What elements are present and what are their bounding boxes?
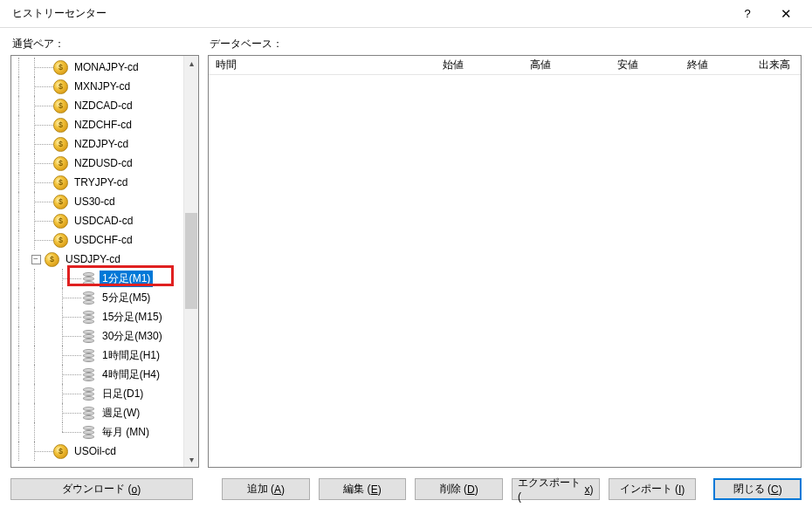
database-icon	[81, 291, 96, 305]
tree-item[interactable]: −$USDJPY-cd	[11, 250, 183, 269]
list-header: 時間 始値 高値 安値 終値 出来高	[209, 56, 801, 75]
database-label: データベース：	[208, 37, 802, 51]
tree-item-label: USDJPY-cd	[63, 252, 123, 266]
database-panel: データベース： 時間 始値 高値 安値 終値 出来高	[208, 37, 802, 468]
symbol-tree[interactable]: $MONAJPY-cd$MXNJPY-cd$NZDCAD-cd$NZDCHF-c…	[11, 56, 183, 467]
database-icon	[81, 310, 96, 325]
tree-item-label: NZDCHF-cd	[72, 118, 134, 132]
pairs-label: 通貨ペア：	[10, 37, 199, 51]
close-dialog-button[interactable]: 閉じる (C)	[713, 478, 802, 500]
coin-icon: $	[53, 233, 68, 248]
tree-child-item[interactable]: 5分足(M5)	[11, 288, 183, 307]
coin-icon: $	[45, 252, 59, 267]
tree-child-item[interactable]: 4時間足(H4)	[11, 365, 183, 384]
col-low[interactable]: 安値	[558, 58, 645, 72]
database-icon	[81, 329, 96, 344]
tree-container: $MONAJPY-cd$MXNJPY-cd$NZDCAD-cd$NZDCHF-c…	[10, 55, 199, 468]
tree-item[interactable]: $USDCAD-cd	[11, 211, 183, 230]
database-icon	[81, 387, 96, 401]
tree-item-label: NZDUSD-cd	[72, 156, 135, 170]
export-button[interactable]: エクスポート (x)	[512, 478, 600, 500]
edit-button[interactable]: 編集 (E)	[319, 478, 407, 500]
tree-item[interactable]: $USDCHF-cd	[11, 230, 183, 250]
col-close[interactable]: 終値	[645, 58, 715, 72]
coin-icon: $	[53, 195, 68, 209]
coin-icon: $	[53, 214, 68, 229]
help-button[interactable]: ?	[728, 1, 767, 27]
tree-item-label: NZDCAD-cd	[72, 99, 135, 113]
button-bar: ダウンロード (o) 追加 (A) 編集 (E) 削除 (D) エクスポート (…	[0, 473, 812, 509]
tree-item-label: USDCHF-cd	[72, 233, 135, 247]
download-button[interactable]: ダウンロード (o)	[10, 478, 193, 500]
tree-item[interactable]: $NZDJPY-cd	[11, 134, 183, 154]
tree-child-item[interactable]: 毎月 (MN)	[11, 422, 183, 442]
add-button[interactable]: 追加 (A)	[222, 478, 310, 500]
tree-item-label: NZDJPY-cd	[72, 137, 131, 151]
tree-item-label: USOil-cd	[72, 444, 119, 458]
tree-item-label: 週足(W)	[100, 405, 142, 421]
collapse-toggle[interactable]: −	[27, 250, 45, 269]
tree-item-label: MONAJPY-cd	[72, 60, 141, 74]
tree-item[interactable]: $USOil-cd	[11, 442, 183, 461]
tree-item-label: US30-cd	[72, 195, 118, 209]
tree-item[interactable]: $MONAJPY-cd	[11, 58, 183, 77]
tree-item-label: 日足(D1)	[100, 386, 146, 402]
tree-item[interactable]: $US30-cd	[11, 192, 183, 211]
tree-item[interactable]: $NZDCHF-cd	[11, 115, 183, 134]
coin-icon: $	[53, 79, 68, 94]
data-list: 時間 始値 高値 安値 終値 出来高	[208, 55, 802, 468]
database-icon	[81, 367, 96, 382]
tree-item-label: 4時間足(H4)	[100, 367, 162, 383]
tree-child-item[interactable]: 1分足(M1)	[11, 269, 183, 288]
minus-icon: −	[31, 255, 41, 264]
tree-item[interactable]: $NZDUSD-cd	[11, 154, 183, 173]
tree-item[interactable]: $NZDCAD-cd	[11, 96, 183, 115]
tree-child-item[interactable]: 15分足(M15)	[11, 307, 183, 326]
tree-item-label: 毎月 (MN)	[100, 424, 152, 441]
tree-item[interactable]: $MXNJPY-cd	[11, 77, 183, 96]
tree-item-label: TRYJPY-cd	[72, 175, 130, 189]
tree-item-label: 5分足(M5)	[100, 290, 153, 306]
tree-item-label: USDCAD-cd	[72, 214, 135, 228]
titlebar: ヒストリーセンター ? ✕	[0, 0, 812, 28]
coin-icon: $	[53, 175, 68, 190]
scroll-up-icon[interactable]: ▴	[184, 56, 198, 71]
database-icon	[81, 271, 96, 286]
scroll-down-icon[interactable]: ▾	[184, 452, 198, 467]
pairs-panel: 通貨ペア： $MONAJPY-cd$MXNJPY-cd$NZDCAD-cd$NZ…	[10, 37, 199, 468]
col-volume[interactable]: 出来高	[715, 58, 801, 72]
tree-child-item[interactable]: 30分足(M30)	[11, 326, 183, 346]
scroll-thumb[interactable]	[185, 213, 197, 309]
content-area: 通貨ペア： $MONAJPY-cd$MXNJPY-cd$NZDCAD-cd$NZ…	[0, 28, 812, 473]
window-title: ヒストリーセンター	[7, 6, 728, 21]
close-button[interactable]: ✕	[767, 1, 805, 27]
coin-icon: $	[53, 444, 68, 459]
col-high[interactable]: 高値	[471, 58, 558, 72]
delete-button[interactable]: 削除 (D)	[415, 478, 503, 500]
tree-item-label: 1時間足(H1)	[100, 347, 162, 364]
tree-item-label: 30分足(M30)	[100, 328, 165, 345]
coin-icon: $	[53, 137, 68, 152]
coin-icon: $	[53, 156, 68, 171]
col-time[interactable]: 時間	[209, 58, 383, 72]
tree-child-item[interactable]: 週足(W)	[11, 403, 183, 422]
tree-item-label: 1分足(M1)	[100, 271, 153, 287]
tree-scrollbar[interactable]: ▴ ▾	[183, 56, 198, 467]
tree-item[interactable]: $TRYJPY-cd	[11, 173, 183, 192]
coin-icon: $	[53, 60, 68, 75]
tree-item-label: 15分足(M15)	[100, 309, 165, 326]
coin-icon: $	[53, 118, 68, 133]
import-button[interactable]: インポート (I)	[609, 478, 697, 500]
tree-child-item[interactable]: 日足(D1)	[11, 384, 183, 403]
database-icon	[81, 406, 96, 421]
coin-icon: $	[53, 99, 68, 113]
database-icon	[81, 348, 96, 363]
tree-item-label: MXNJPY-cd	[72, 79, 133, 93]
database-icon	[81, 425, 96, 440]
tree-child-item[interactable]: 1時間足(H1)	[11, 346, 183, 365]
col-open[interactable]: 始値	[383, 58, 471, 72]
